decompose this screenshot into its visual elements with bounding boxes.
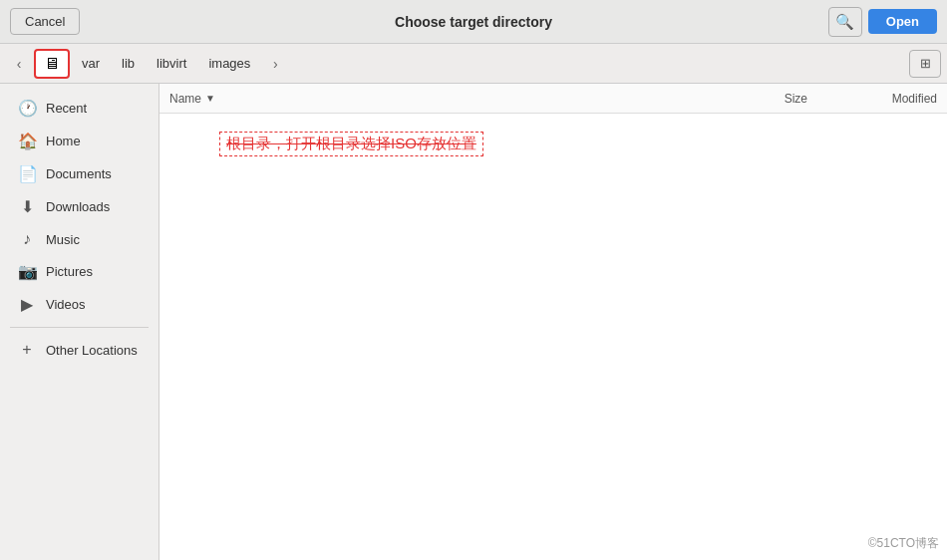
titlebar: Cancel Choose target directory 🔍 Open <box>0 0 947 44</box>
breadcrumb-computer[interactable]: 🖥 <box>34 49 70 79</box>
sidebar-item-pictures[interactable]: 📷 Pictures <box>4 255 155 288</box>
back-arrow-icon: ‹ <box>17 56 22 72</box>
sidebar-item-videos[interactable]: ▶ Videos <box>4 288 155 321</box>
sidebar: 🕐 Recent 🏠 Home 📄 Documents ⬇ Downloads … <box>0 84 159 560</box>
sidebar-label-downloads: Downloads <box>46 199 110 214</box>
sort-arrow-icon: ▼ <box>205 93 215 104</box>
sidebar-label-recent: Recent <box>46 101 87 116</box>
column-name[interactable]: Name ▼ <box>169 92 728 106</box>
cancel-button[interactable]: Cancel <box>10 8 80 35</box>
watermark: ©51CTO博客 <box>868 535 939 552</box>
view-toggle-button[interactable]: ⊞ <box>909 50 941 78</box>
sidebar-label-pictures: Pictures <box>46 264 93 279</box>
search-icon: 🔍 <box>835 13 854 31</box>
sidebar-item-home[interactable]: 🏠 Home <box>4 125 155 157</box>
sidebar-item-other-locations[interactable]: + Other Locations <box>4 334 155 366</box>
forward-button[interactable]: › <box>262 51 288 77</box>
breadcrumb-lib[interactable]: lib <box>112 52 145 75</box>
column-name-label: Name <box>169 92 201 106</box>
column-size-label: Size <box>785 92 807 106</box>
other-locations-icon: + <box>18 341 36 359</box>
sidebar-item-music[interactable]: ♪ Music <box>4 223 155 255</box>
dialog-title: Choose target directory <box>395 14 552 30</box>
column-modified: Modified <box>807 92 937 106</box>
documents-icon: 📄 <box>18 164 36 183</box>
sidebar-label-documents: Documents <box>46 166 112 181</box>
sidebar-label-videos: Videos <box>46 297 86 312</box>
annotation-text: 根目录，打开根目录选择ISO存放位置 <box>219 132 483 156</box>
file-header: Name ▼ Size Modified <box>159 84 947 114</box>
sidebar-label-music: Music <box>46 232 80 247</box>
sidebar-item-recent[interactable]: 🕐 Recent <box>4 92 155 125</box>
home-icon: 🏠 <box>18 132 36 150</box>
videos-icon: ▶ <box>18 295 36 314</box>
titlebar-right-actions: 🔍 Open <box>828 7 937 37</box>
main-area: 🕐 Recent 🏠 Home 📄 Documents ⬇ Downloads … <box>0 84 947 560</box>
recent-icon: 🕐 <box>18 99 36 118</box>
sidebar-label-other-locations: Other Locations <box>46 343 138 358</box>
open-button[interactable]: Open <box>868 9 937 34</box>
file-chooser-dialog: Cancel Choose target directory 🔍 Open ‹ … <box>0 0 947 560</box>
computer-icon: 🖥 <box>44 55 60 73</box>
downloads-icon: ⬇ <box>18 197 36 216</box>
column-modified-label: Modified <box>892 92 937 106</box>
breadcrumb-libvirt[interactable]: libvirt <box>147 52 196 75</box>
breadcrumb-bar: ‹ 🖥 var lib libvirt images › ⊞ <box>0 44 947 84</box>
view-toggle-icon: ⊞ <box>920 56 931 71</box>
sidebar-item-downloads[interactable]: ⬇ Downloads <box>4 190 155 223</box>
file-content: 根目录，打开根目录选择ISO存放位置 ©51CTO博客 <box>159 114 947 560</box>
breadcrumb-var[interactable]: var <box>72 52 110 75</box>
sidebar-item-documents[interactable]: 📄 Documents <box>4 157 155 190</box>
back-button[interactable]: ‹ <box>6 51 32 77</box>
pictures-icon: 📷 <box>18 262 36 281</box>
sidebar-label-home: Home <box>46 134 81 148</box>
music-icon: ♪ <box>18 230 36 248</box>
search-button[interactable]: 🔍 <box>828 7 862 37</box>
file-area: Name ▼ Size Modified 根目录，打开根目录选择ISO存放位置 … <box>159 84 947 560</box>
forward-arrow-icon: › <box>273 56 278 72</box>
breadcrumb-images[interactable]: images <box>198 52 260 75</box>
column-size[interactable]: Size <box>728 92 807 106</box>
sidebar-divider <box>10 327 149 328</box>
